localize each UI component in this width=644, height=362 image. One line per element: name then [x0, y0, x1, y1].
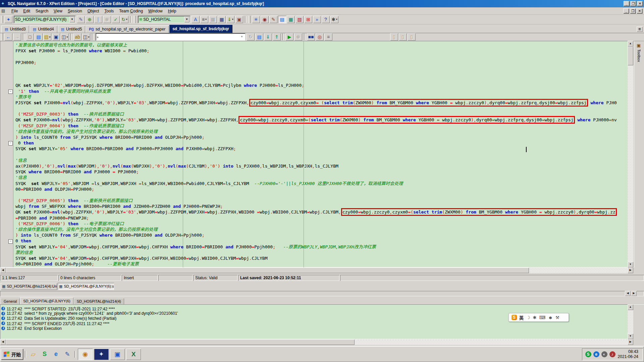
profiler-icon[interactable]: ◎ — [316, 33, 324, 41]
sogou-logo-icon[interactable]: S — [512, 315, 517, 320]
menu-session[interactable]: Session — [65, 8, 85, 14]
menu-file[interactable]: File — [9, 8, 20, 14]
code-search-dropdown-icon[interactable]: ▼ — [239, 34, 245, 40]
db-explorer-icon[interactable]: ◉ — [261, 16, 269, 23]
doc-tab-untitled3[interactable]: ▤Untitled3 — [1, 25, 29, 33]
output-vertical-scrollbar[interactable]: ▲ ▼ — [628, 304, 633, 339]
stop-session-icon[interactable]: ⊗ — [103, 16, 111, 23]
scroll-left-icon[interactable]: ◀ — [0, 339, 6, 345]
session-selector-dropdown-icon[interactable]: ▼ — [69, 16, 75, 22]
output-tab-general[interactable]: General — [1, 298, 20, 304]
menu-object[interactable]: Object — [85, 8, 102, 14]
outline-icon[interactable]: ≡ — [324, 33, 332, 41]
schema-browser-icon[interactable]: ▦ — [287, 16, 295, 23]
toolbox-panel[interactable]: ▣ Toolbox — [634, 41, 644, 267]
menu-help[interactable]: Help — [165, 8, 179, 14]
ime-person-icon[interactable]: ☻ — [548, 315, 553, 320]
verify-icon[interactable]: ✓ — [112, 16, 120, 23]
mdi-restore-button[interactable]: ❐ — [630, 8, 636, 14]
save-icon[interactable]: ▣ — [52, 33, 60, 41]
sql-analyzer-icon[interactable]: ▧ — [296, 16, 304, 23]
schema-selector-dropdown-icon[interactable]: ▼ — [184, 16, 190, 22]
scroll-down-icon[interactable]: ▼ — [628, 262, 633, 267]
sort-icon[interactable]: A — [192, 16, 200, 23]
halt-icon[interactable]: ⊗ — [294, 33, 302, 41]
scroll-up-icon[interactable]: ▲ — [628, 41, 633, 47]
session-properties-icon[interactable]: ✎ — [77, 16, 85, 23]
image-icon[interactable]: ▣ — [235, 16, 243, 23]
pause-icon[interactable]: ∥ — [94, 16, 102, 23]
ime-symbol-icon[interactable]: ✱ — [533, 315, 537, 320]
sogou-icon[interactable]: S — [40, 349, 50, 359]
strip-scroll-left-icon[interactable]: ◀ — [625, 291, 631, 296]
mdi-minimize-button[interactable]: _ — [623, 8, 629, 14]
toolbar-drag-handle[interactable] — [1, 16, 3, 23]
scroll-down-icon[interactable]: ▼ — [628, 334, 633, 339]
er-diagram-icon[interactable]: ✳ — [252, 16, 260, 23]
save-as-icon[interactable]: ◫▾ — [61, 33, 69, 41]
minimize-button[interactable]: _ — [624, 1, 630, 6]
strip-scroll-right-icon[interactable]: ▶ — [631, 291, 637, 296]
fold-collapse-icon[interactable]: − — [8, 141, 13, 145]
new-file-icon[interactable]: □ — [26, 33, 34, 41]
editor-gutter[interactable]: −−− — [0, 41, 13, 267]
table-link-icon[interactable]: ⊞ — [304, 16, 312, 23]
menu-window[interactable]: Window — [146, 8, 165, 14]
editor-hscroll-thumb[interactable] — [6, 267, 529, 273]
edit-proc-icon[interactable]: ✎ — [269, 16, 277, 23]
tab-list-button[interactable]: ≣ — [637, 26, 643, 32]
toolbar-drag-handle[interactable] — [249, 16, 251, 23]
output-tab-sd_hospital@his214(4)[interactable]: SD_HOSPITAL@his214(4) — [74, 298, 124, 304]
scroll-left-icon[interactable]: ◀ — [0, 267, 6, 273]
refresh-icon[interactable]: ↻▾ — [120, 16, 128, 23]
find-replace-icon[interactable]: ab — [73, 33, 82, 41]
sqlnav-app-icon[interactable]: ◉ — [78, 349, 93, 360]
compass-app-icon[interactable]: ✦ — [94, 349, 109, 360]
tray-input-icon[interactable]: e — [593, 351, 599, 357]
open-file-icon[interactable]: ▨▾ — [43, 33, 51, 41]
session-window-button[interactable]: ▦SD_HOSPITAL@FJLNYY(6):sp_sf_.. — [58, 283, 114, 290]
help-icon[interactable]: ? — [322, 16, 330, 23]
scroll-right-icon[interactable]: ▶ — [628, 267, 633, 273]
run-wizard-icon[interactable]: » — [313, 16, 321, 23]
ime-halfmoon-icon[interactable]: ☽ — [526, 315, 530, 320]
scroll-up-icon[interactable]: ▲ — [628, 304, 633, 310]
menu-search[interactable]: Search — [33, 8, 51, 14]
session-selector[interactable]: SD_HOSPITAL@FJLNYY(6) ▼ — [14, 16, 75, 23]
sql-preview-icon[interactable]: ▦ — [209, 16, 217, 23]
output-hscroll-thumb[interactable] — [6, 339, 355, 345]
settings-icon[interactable]: ✱▾ — [330, 16, 338, 23]
ime-toolbar[interactable]: S 英☽✱⌨☻⚒ — [508, 313, 569, 322]
folder-icon[interactable]: ▱ — [28, 349, 38, 359]
start-button[interactable]: 开始 — [1, 349, 23, 360]
forward-icon[interactable]: → — [13, 33, 21, 41]
excel-app-icon[interactable]: X — [126, 349, 141, 360]
new-session-icon[interactable]: ✦ — [4, 16, 12, 23]
tray-volume-icon[interactable]: ♪ — [609, 351, 615, 357]
web-browser-icon[interactable]: ⊕ — [86, 16, 94, 23]
menu-edit[interactable]: Edit — [20, 8, 33, 14]
doc-tab-sd_hospital.sp_sf_op_electronic_paper[interactable]: P()sd_hospital.sp_sf_op_electronic_paper — [86, 25, 169, 33]
doc-tab-untitled4[interactable]: ▤Untitled4 — [30, 25, 57, 33]
editor-vscroll-thumb[interactable] — [628, 47, 633, 65]
menu-tools[interactable]: Tools — [102, 8, 116, 14]
tray-sogou-icon[interactable]: S — [585, 351, 591, 357]
output-panel[interactable]: i11:27:42 **** SCRIPT STARTED: 23六月-2021… — [0, 304, 633, 339]
code-search-combo[interactable]: ▸ ▼ — [96, 33, 245, 41]
schema-selector[interactable]: ⊞ SD_HOSPITAL ▼ — [138, 16, 190, 23]
toolbar-drag-handle[interactable] — [134, 16, 136, 23]
code-editor-icon[interactable]: ▤ — [278, 16, 286, 23]
session-window-button[interactable]: ▦SD_HOSPITAL@his214(4):Untitl.. — [1, 283, 57, 290]
breakpoint-icon[interactable]: ■■ — [307, 33, 315, 41]
execute-icon[interactable]: ▶ — [285, 33, 293, 41]
mdi-close-button[interactable]: ✕ — [637, 8, 643, 14]
output-tab-sd_hospital@fjlnyy(6)[interactable]: SD_HOSPITAL@FJLNYY(6) — [20, 297, 73, 304]
fold-collapse-icon[interactable]: − — [8, 239, 13, 244]
row-count-icon[interactable]: ≡▾ — [200, 16, 208, 23]
scroll-right-icon[interactable]: ▶ — [628, 339, 633, 345]
grid-icon[interactable]: ▦ — [218, 16, 226, 23]
ime-lang-icon[interactable]: 英 — [519, 314, 524, 321]
export-db-icon[interactable]: ⇓ — [264, 33, 272, 41]
toolbar-drag-handle[interactable] — [1, 33, 3, 41]
ime-toolbox-icon[interactable]: ⚒ — [555, 315, 559, 320]
